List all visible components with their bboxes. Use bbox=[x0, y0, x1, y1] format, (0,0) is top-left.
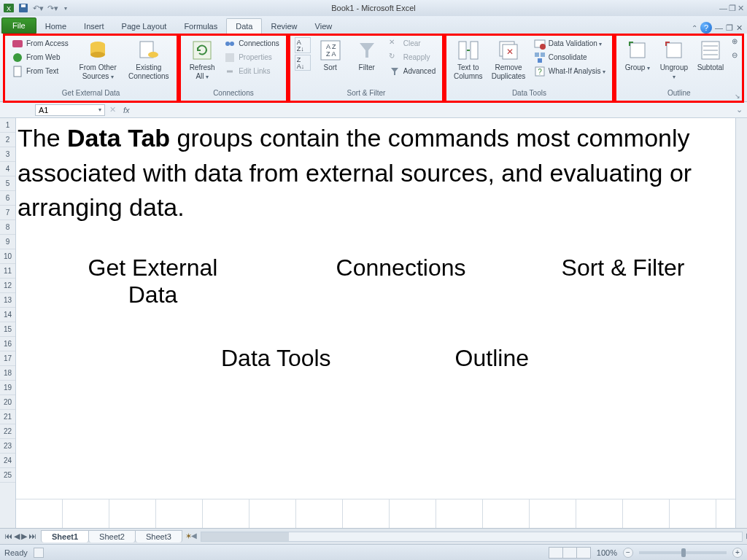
whatif-button[interactable]: ?What-If Analysis bbox=[532, 65, 608, 78]
row-header[interactable]: 10 bbox=[0, 249, 15, 264]
help-icon[interactable]: ? bbox=[700, 22, 712, 34]
view-normal-button[interactable] bbox=[549, 547, 563, 559]
sheet-tab-2[interactable]: Sheet2 bbox=[88, 530, 136, 542]
existing-connections-button[interactable]: Existing Connections bbox=[125, 37, 173, 82]
undo-icon[interactable]: ↶▾ bbox=[32, 2, 44, 14]
subtotal-button[interactable]: Subtotal bbox=[694, 37, 727, 74]
tab-page-layout[interactable]: Page Layout bbox=[113, 19, 176, 34]
row-header[interactable]: 2 bbox=[0, 133, 15, 147]
row-header[interactable]: 24 bbox=[0, 454, 15, 468]
from-other-sources-button[interactable]: From Other Sources bbox=[74, 37, 123, 82]
workbook-restore-icon[interactable]: ❐ bbox=[726, 23, 733, 33]
row-headers[interactable]: 1234567891011121314151617181920212223242… bbox=[0, 118, 16, 528]
row-header[interactable]: 23 bbox=[0, 439, 15, 454]
from-access-button[interactable]: From Access bbox=[9, 37, 71, 50]
row-header[interactable]: 19 bbox=[0, 381, 15, 395]
row-header[interactable]: 6 bbox=[0, 191, 15, 206]
data-validation-button[interactable]: Data Validation bbox=[532, 37, 608, 50]
save-icon[interactable] bbox=[18, 2, 29, 14]
name-box-dropdown-icon[interactable]: ▾ bbox=[98, 106, 101, 113]
row-header[interactable]: 14 bbox=[0, 308, 15, 322]
ungroup-button[interactable]: Ungroup bbox=[657, 37, 691, 82]
from-web-button[interactable]: From Web bbox=[9, 51, 71, 64]
sort-button[interactable]: A ZZ A Sort bbox=[314, 37, 347, 74]
sheet-tab-3[interactable]: Sheet3 bbox=[135, 530, 182, 542]
reapply-button[interactable]: ↻Reapply bbox=[387, 51, 438, 64]
grid-cells[interactable] bbox=[16, 499, 735, 528]
tab-insert[interactable]: Insert bbox=[75, 19, 113, 34]
group-label-data-tools: Data Tools bbox=[451, 89, 607, 101]
zoom-slider[interactable] bbox=[639, 551, 727, 554]
tab-file[interactable]: File bbox=[1, 18, 36, 34]
row-header[interactable]: 21 bbox=[0, 410, 15, 424]
row-header[interactable]: 8 bbox=[0, 220, 15, 235]
prev-sheet-icon[interactable]: ◀ bbox=[14, 532, 20, 541]
hscroll-thumb[interactable] bbox=[201, 532, 289, 541]
row-header[interactable]: 3 bbox=[0, 147, 15, 162]
next-sheet-icon[interactable]: ▶ bbox=[21, 532, 27, 541]
horizontal-scrollbar[interactable]: ◀▶ bbox=[201, 532, 743, 542]
formula-input[interactable] bbox=[136, 102, 732, 117]
row-header[interactable]: 25 bbox=[0, 468, 15, 483]
macro-record-icon[interactable] bbox=[34, 548, 44, 558]
vertical-scrollbar[interactable] bbox=[735, 118, 747, 528]
view-page-break-button[interactable] bbox=[576, 547, 591, 559]
from-text-button[interactable]: From Text bbox=[9, 65, 71, 78]
hscroll-left-icon[interactable]: ◀ bbox=[191, 532, 197, 540]
row-header[interactable]: 5 bbox=[0, 176, 15, 191]
zoom-in-button[interactable]: + bbox=[732, 548, 743, 558]
sheet-tab-1[interactable]: Sheet1 bbox=[41, 530, 89, 542]
close-window-icon[interactable]: ✕ bbox=[738, 4, 744, 13]
show-detail-icon[interactable]: ⊕ bbox=[732, 37, 738, 45]
connections-button[interactable]: Connections bbox=[222, 37, 282, 50]
sort-asc-button[interactable]: AZ↓ bbox=[295, 37, 311, 53]
qat-more-icon[interactable]: ▾ bbox=[61, 5, 67, 12]
row-header[interactable]: 7 bbox=[0, 206, 15, 220]
expand-formula-bar-icon[interactable]: ⌄ bbox=[732, 105, 747, 114]
text-to-columns-button[interactable]: Text to Columns bbox=[451, 37, 485, 82]
consolidate-button[interactable]: Consolidate bbox=[532, 51, 608, 64]
redo-icon[interactable]: ↷▾ bbox=[47, 2, 58, 14]
row-header[interactable]: 1 bbox=[0, 118, 15, 133]
tab-data[interactable]: Data bbox=[226, 18, 262, 34]
row-header[interactable]: 18 bbox=[0, 366, 15, 381]
advanced-button[interactable]: Advanced bbox=[387, 65, 438, 78]
tab-review[interactable]: Review bbox=[262, 19, 306, 34]
refresh-all-button[interactable]: Refresh All bbox=[185, 37, 219, 82]
zoom-out-button[interactable]: − bbox=[623, 548, 633, 558]
remove-duplicates-button[interactable]: ✕ Remove Duplicates bbox=[488, 37, 528, 82]
row-header[interactable]: 11 bbox=[0, 264, 15, 279]
cancel-formula-icon[interactable]: ✕ bbox=[108, 105, 117, 114]
view-page-layout-button[interactable] bbox=[562, 547, 577, 559]
row-header[interactable]: 4 bbox=[0, 162, 15, 176]
clear-button[interactable]: ✕Clear bbox=[387, 37, 438, 50]
row-header[interactable]: 16 bbox=[0, 337, 15, 351]
zoom-thumb[interactable] bbox=[681, 548, 686, 557]
minimize-ribbon-chevron-icon[interactable]: ⌃ bbox=[692, 24, 697, 32]
last-sheet-icon[interactable]: ⏭ bbox=[28, 532, 36, 541]
minimize-ribbon-icon[interactable]: — bbox=[719, 4, 727, 13]
row-header[interactable]: 22 bbox=[0, 424, 15, 439]
filter-button[interactable]: Filter bbox=[350, 37, 384, 74]
name-box[interactable]: A1 ▾ bbox=[35, 104, 105, 116]
tab-view[interactable]: View bbox=[306, 19, 341, 34]
zoom-level[interactable]: 100% bbox=[597, 548, 617, 557]
edit-links-button[interactable]: Edit Links bbox=[222, 65, 282, 78]
tab-formulas[interactable]: Formulas bbox=[175, 19, 226, 34]
restore-window-icon[interactable]: ❐ bbox=[729, 4, 736, 13]
hide-detail-icon[interactable]: ⊖ bbox=[732, 51, 738, 59]
row-header[interactable]: 20 bbox=[0, 395, 15, 410]
row-header[interactable]: 13 bbox=[0, 293, 15, 308]
row-header[interactable]: 15 bbox=[0, 322, 15, 337]
first-sheet-icon[interactable]: ⏮ bbox=[4, 532, 12, 541]
sort-desc-button[interactable]: ZA↓ bbox=[295, 55, 311, 71]
properties-button[interactable]: Properties bbox=[222, 51, 282, 64]
workbook-close-icon[interactable]: ✕ bbox=[736, 23, 743, 33]
tab-home[interactable]: Home bbox=[36, 19, 75, 34]
workbook-minimize-icon[interactable]: — bbox=[715, 23, 723, 32]
fx-icon[interactable]: fx bbox=[117, 106, 136, 114]
group-button[interactable]: Group bbox=[621, 37, 654, 74]
row-header[interactable]: 12 bbox=[0, 279, 15, 293]
row-header[interactable]: 9 bbox=[0, 235, 15, 249]
row-header[interactable]: 17 bbox=[0, 351, 15, 366]
